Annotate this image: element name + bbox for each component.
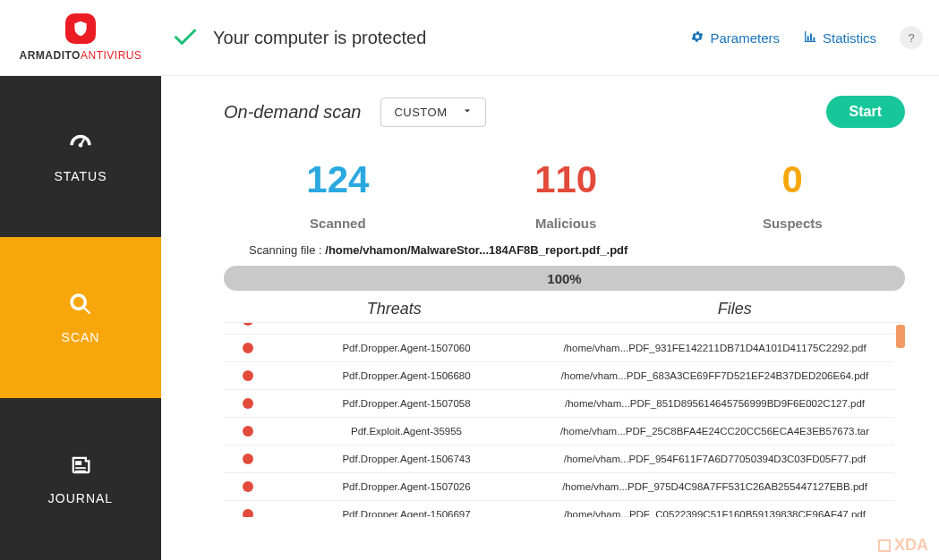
table-row[interactable]: Pdf.Dropper.Agent-1507060/home/vham...PD… <box>224 335 894 362</box>
svg-rect-4 <box>813 37 815 40</box>
threat-name: Pdf.Exploit.Agent-35955 <box>272 426 541 437</box>
gauge-icon <box>68 131 93 158</box>
threat-file: /home/vham...PDF_975D4C98A7FF531C26AB255… <box>541 481 894 492</box>
svg-rect-3 <box>810 33 812 40</box>
start-button[interactable]: Start <box>826 96 905 128</box>
counter-malicious: 110 Malicious <box>534 158 597 231</box>
svg-rect-2 <box>807 36 809 40</box>
newspaper-icon <box>68 453 93 480</box>
brand-shield-icon <box>65 13 96 44</box>
top-bar: ARMADITOANTIVIRUS Your computer is prote… <box>0 0 939 76</box>
protection-status: Your computer is protected <box>172 22 426 53</box>
threat-file: /home/vham...PDF_25C8BFA4E24CC20CC56ECA4… <box>541 426 894 437</box>
scanning-prefix: Scanning file : <box>249 243 325 257</box>
check-icon <box>172 22 199 53</box>
help-button[interactable]: ? <box>900 26 923 49</box>
table-row[interactable]: Pdf.Dropper.Agent-1507058/home/vham...PD… <box>224 390 894 418</box>
threat-name: Pdf.Dropper.Agent-1507060 <box>272 343 541 353</box>
threat-name: Pdf.Dropper.Agent-1506743 <box>272 454 541 464</box>
progress-value: 100% <box>547 271 581 286</box>
search-icon <box>68 292 93 319</box>
malicious-label: Malicious <box>534 216 597 231</box>
threat-file: /home/vham...PDF_851D895614645756999BD9F… <box>541 398 894 409</box>
threats-header: Threats <box>224 300 565 318</box>
table-row[interactable]: Pdf.Dropper.Agent-1506743/home/vham...PD… <box>224 445 894 473</box>
sidebar-item-label: JOURNAL <box>48 491 113 505</box>
sidebar-item-label: STATUS <box>54 169 107 183</box>
scan-mode-value: CUSTOM <box>394 106 447 119</box>
brand-name-2: ANTIVIRUS <box>81 49 142 62</box>
brand-block: ARMADITOANTIVIRUS <box>0 13 161 62</box>
threat-dot-icon <box>224 343 272 353</box>
scanning-path: /home/vhamon/MalwareStor...184AF8B_repor… <box>325 243 627 257</box>
sidebar-item-label: SCAN <box>62 330 100 344</box>
chevron-down-icon <box>462 106 473 119</box>
threat-dot-icon <box>224 322 272 326</box>
threat-dot-icon <box>224 370 272 381</box>
scanning-file-line: Scanning file : /home/vhamon/MalwareStor… <box>224 243 905 257</box>
scanned-value: 124 <box>306 158 369 201</box>
brand-text: ARMADITOANTIVIRUS <box>20 49 142 62</box>
table-row[interactable] <box>224 322 894 335</box>
threat-dot-icon <box>224 398 272 409</box>
threat-dot-icon <box>224 454 272 464</box>
watermark-square-icon <box>878 539 891 552</box>
threat-file: /home/vham...PDF_931FE142211DB71D4A101D4… <box>541 343 894 353</box>
sidebar-item-scan[interactable]: SCAN <box>0 237 161 398</box>
statistics-link[interactable]: Statistics <box>803 30 876 47</box>
threat-name: Pdf.Dropper.Agent-1507058 <box>272 398 541 409</box>
threat-file: /home/vham...PDF_683A3CE69FF7D521EF24B37… <box>541 370 894 381</box>
parameters-label: Parameters <box>710 30 780 46</box>
main-panel: On-demand scan CUSTOM Start 124 Scanned … <box>161 76 939 560</box>
table-header: Threats Files <box>224 300 905 318</box>
progress-bar: 100% <box>224 266 905 291</box>
suspects-value: 0 <box>763 158 823 201</box>
top-links: Parameters Statistics ? <box>690 26 923 49</box>
scan-mode-dropdown[interactable]: CUSTOM <box>380 98 485 127</box>
parameters-link[interactable]: Parameters <box>690 30 780 47</box>
threat-dot-icon <box>224 509 272 517</box>
table-row[interactable]: Pdf.Dropper.Agent-1506680/home/vham...PD… <box>224 362 894 390</box>
watermark-text: XDA <box>894 536 928 555</box>
threat-dot-icon <box>224 481 272 492</box>
svg-point-1 <box>81 26 83 28</box>
threat-file: /home/vham...PDF_954F611F7A6D77050394D3C… <box>541 454 894 464</box>
threat-dot-icon <box>224 426 272 437</box>
threats-table[interactable]: Pdf.Dropper.Agent-1507060/home/vham...PD… <box>224 322 905 517</box>
statistics-label: Statistics <box>823 30 876 46</box>
counter-suspects: 0 Suspects <box>763 158 823 231</box>
svg-point-0 <box>78 26 80 28</box>
scanned-label: Scanned <box>306 216 369 231</box>
watermark: XDA <box>878 536 928 555</box>
scrollbar-thumb[interactable] <box>896 325 905 348</box>
threat-name: Pdf.Dropper.Agent-1506697 <box>272 509 541 517</box>
threat-name: Pdf.Dropper.Agent-1507026 <box>272 481 541 492</box>
suspects-label: Suspects <box>763 216 823 231</box>
sidebar: STATUS SCAN JOURNAL <box>0 76 161 560</box>
table-row[interactable]: Pdf.Dropper.Agent-1507026/home/vham...PD… <box>224 473 894 501</box>
sidebar-item-journal[interactable]: JOURNAL <box>0 398 161 559</box>
bar-chart-icon <box>803 30 817 47</box>
malicious-value: 110 <box>534 158 597 201</box>
threat-name: Pdf.Dropper.Agent-1506680 <box>272 370 541 381</box>
svg-rect-6 <box>81 138 86 144</box>
table-row[interactable]: Pdf.Dropper.Agent-1506697/home/vham...PD… <box>224 501 894 517</box>
threat-file: /home/vham...PDF_C0522399C51F160B5913983… <box>541 509 894 517</box>
sidebar-item-status[interactable]: STATUS <box>0 76 161 237</box>
counter-scanned: 124 Scanned <box>306 158 369 231</box>
files-header: Files <box>565 300 906 318</box>
protection-status-text: Your computer is protected <box>213 28 426 48</box>
table-row[interactable]: Pdf.Exploit.Agent-35955/home/vham...PDF_… <box>224 418 894 445</box>
page-title: On-demand scan <box>224 102 361 123</box>
gear-icon <box>690 30 704 47</box>
brand-name-1: ARMADITO <box>20 49 81 62</box>
